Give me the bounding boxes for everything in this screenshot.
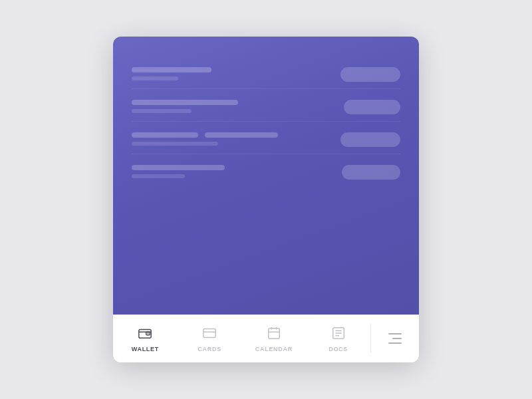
- item-title-bar: [132, 67, 211, 72]
- hamburger-icon: [388, 333, 402, 344]
- item-title-bar: [132, 100, 238, 105]
- item-subtitle-bar: [132, 109, 192, 113]
- main-content: [113, 37, 419, 315]
- tab-docs-label: DOCS: [329, 346, 348, 352]
- hamburger-line-mid: [392, 338, 402, 339]
- item-subtitle-bar: [132, 174, 185, 178]
- item-badge: [340, 67, 400, 82]
- wallet-icon: [138, 326, 152, 343]
- list-item[interactable]: [132, 89, 400, 122]
- tab-wallet-label: WALLET: [132, 346, 159, 352]
- item-badge: [340, 132, 400, 147]
- list-item[interactable]: [132, 57, 400, 89]
- item-title-bar: [132, 132, 198, 138]
- svg-rect-2: [203, 329, 215, 338]
- tab-calendar-label: CALENDAR: [255, 346, 293, 352]
- svg-rect-4: [269, 329, 280, 339]
- item-badge: [344, 100, 400, 114]
- bottom-nav: WALLET CARDS: [113, 315, 419, 362]
- tab-wallet[interactable]: WALLET: [113, 315, 178, 362]
- tab-cards-label: CARDS: [198, 346, 221, 352]
- docs-icon: [331, 326, 346, 343]
- tab-docs[interactable]: DOCS: [306, 315, 370, 362]
- list-item[interactable]: [132, 122, 400, 154]
- calendar-icon: [267, 326, 281, 343]
- item-badge: [342, 165, 400, 180]
- item-subtitle-bar: [132, 142, 218, 146]
- item-title-bar: [132, 165, 225, 170]
- cards-icon: [202, 326, 217, 343]
- tab-cards[interactable]: CARDS: [178, 315, 242, 362]
- hamburger-line-bot: [388, 342, 402, 344]
- list-item[interactable]: [132, 154, 400, 186]
- nav-tabs: WALLET CARDS: [113, 315, 370, 362]
- item-title-bar: [205, 132, 278, 138]
- item-subtitle-bar: [132, 76, 178, 80]
- hamburger-line-top: [388, 333, 402, 334]
- menu-button[interactable]: [371, 315, 419, 362]
- svg-rect-0: [139, 330, 151, 338]
- tab-calendar[interactable]: CALENDAR: [242, 315, 307, 362]
- app-container: WALLET CARDS: [113, 37, 419, 362]
